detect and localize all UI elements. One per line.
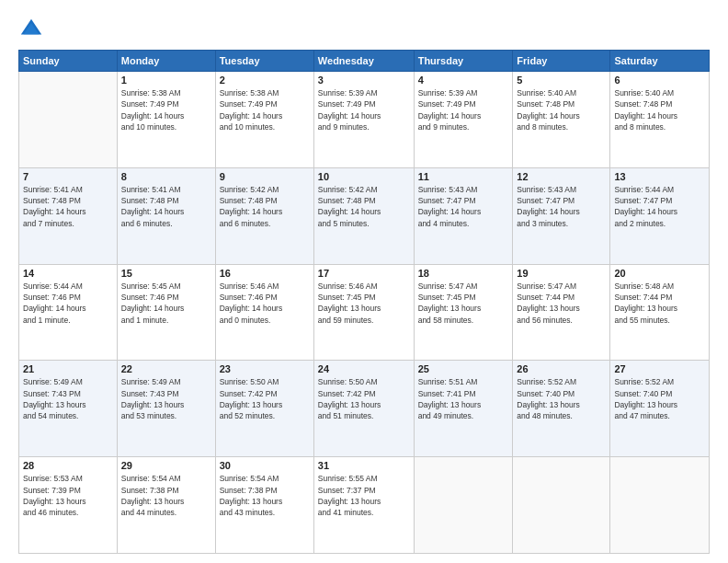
day-number: 10 [318, 171, 410, 182]
day-number: 14 [23, 268, 113, 279]
day-number: 19 [517, 268, 606, 279]
day-number: 4 [418, 75, 509, 86]
page: SundayMondayTuesdayWednesdayThursdayFrid… [0, 0, 728, 563]
day-info: Sunrise: 5:47 AM Sunset: 7:44 PM Dayligh… [517, 281, 606, 326]
day-info: Sunrise: 5:46 AM Sunset: 7:46 PM Dayligh… [220, 281, 310, 326]
day-info: Sunrise: 5:55 AM Sunset: 7:37 PM Dayligh… [318, 473, 410, 518]
day-number: 25 [418, 363, 509, 374]
day-number: 6 [614, 75, 705, 86]
day-number: 28 [23, 460, 113, 471]
day-number: 22 [121, 363, 211, 374]
day-number: 26 [517, 363, 606, 374]
calendar-cell: 30Sunrise: 5:54 AM Sunset: 7:38 PM Dayli… [215, 457, 313, 554]
day-info: Sunrise: 5:39 AM Sunset: 7:49 PM Dayligh… [318, 87, 410, 132]
day-number: 29 [121, 460, 211, 471]
day-info: Sunrise: 5:49 AM Sunset: 7:43 PM Dayligh… [23, 376, 113, 421]
day-info: Sunrise: 5:50 AM Sunset: 7:42 PM Dayligh… [318, 376, 410, 421]
day-number: 23 [220, 363, 310, 374]
day-info: Sunrise: 5:52 AM Sunset: 7:40 PM Dayligh… [614, 376, 705, 421]
day-info: Sunrise: 5:42 AM Sunset: 7:48 PM Dayligh… [220, 184, 310, 229]
day-number: 21 [23, 363, 113, 374]
logo [18, 17, 48, 42]
day-number: 30 [220, 460, 310, 471]
calendar-cell: 21Sunrise: 5:49 AM Sunset: 7:43 PM Dayli… [19, 361, 118, 457]
day-info: Sunrise: 5:47 AM Sunset: 7:45 PM Dayligh… [418, 281, 509, 326]
day-info: Sunrise: 5:43 AM Sunset: 7:47 PM Dayligh… [517, 184, 606, 229]
day-number: 2 [220, 75, 310, 86]
calendar-cell [610, 457, 710, 554]
calendar-cell: 31Sunrise: 5:55 AM Sunset: 7:37 PM Dayli… [313, 457, 414, 554]
day-info: Sunrise: 5:52 AM Sunset: 7:40 PM Dayligh… [517, 376, 606, 421]
calendar-cell [513, 457, 610, 554]
day-info: Sunrise: 5:41 AM Sunset: 7:48 PM Dayligh… [121, 184, 211, 229]
day-info: Sunrise: 5:49 AM Sunset: 7:43 PM Dayligh… [121, 376, 211, 421]
day-info: Sunrise: 5:40 AM Sunset: 7:48 PM Dayligh… [517, 87, 606, 132]
calendar-cell: 14Sunrise: 5:44 AM Sunset: 7:46 PM Dayli… [19, 264, 118, 361]
day-number: 18 [418, 268, 509, 279]
day-info: Sunrise: 5:41 AM Sunset: 7:48 PM Dayligh… [23, 184, 113, 229]
calendar-table: SundayMondayTuesdayWednesdayThursdayFrid… [18, 50, 710, 554]
weekday-header-sunday: Sunday [19, 51, 118, 72]
day-number: 5 [517, 75, 606, 86]
weekday-header-friday: Friday [513, 51, 610, 72]
weekday-header-saturday: Saturday [610, 51, 710, 72]
calendar-cell: 2Sunrise: 5:38 AM Sunset: 7:49 PM Daylig… [215, 72, 313, 168]
day-number: 11 [418, 171, 509, 182]
calendar-week-row: 21Sunrise: 5:49 AM Sunset: 7:43 PM Dayli… [19, 361, 710, 457]
calendar-cell: 18Sunrise: 5:47 AM Sunset: 7:45 PM Dayli… [414, 264, 513, 361]
day-number: 9 [220, 171, 310, 182]
calendar-cell: 23Sunrise: 5:50 AM Sunset: 7:42 PM Dayli… [215, 361, 313, 457]
weekday-header-monday: Monday [117, 51, 215, 72]
day-number: 8 [121, 171, 211, 182]
calendar-cell: 25Sunrise: 5:51 AM Sunset: 7:41 PM Dayli… [414, 361, 513, 457]
day-number: 24 [318, 363, 410, 374]
day-number: 20 [614, 268, 705, 279]
day-info: Sunrise: 5:54 AM Sunset: 7:38 PM Dayligh… [220, 473, 310, 518]
day-info: Sunrise: 5:40 AM Sunset: 7:48 PM Dayligh… [614, 87, 705, 132]
calendar-cell: 16Sunrise: 5:46 AM Sunset: 7:46 PM Dayli… [215, 264, 313, 361]
calendar-cell: 19Sunrise: 5:47 AM Sunset: 7:44 PM Dayli… [513, 264, 610, 361]
day-info: Sunrise: 5:42 AM Sunset: 7:48 PM Dayligh… [318, 184, 410, 229]
day-number: 1 [121, 75, 211, 86]
day-number: 7 [23, 171, 113, 182]
day-info: Sunrise: 5:54 AM Sunset: 7:38 PM Dayligh… [121, 473, 211, 518]
weekday-header-thursday: Thursday [414, 51, 513, 72]
calendar-cell: 6Sunrise: 5:40 AM Sunset: 7:48 PM Daylig… [610, 72, 710, 168]
calendar-cell: 27Sunrise: 5:52 AM Sunset: 7:40 PM Dayli… [610, 361, 710, 457]
calendar-cell [19, 72, 118, 168]
day-number: 16 [220, 268, 310, 279]
day-number: 13 [614, 171, 705, 182]
calendar-cell [414, 457, 513, 554]
day-info: Sunrise: 5:48 AM Sunset: 7:44 PM Dayligh… [614, 281, 705, 326]
logo-icon [18, 17, 44, 42]
calendar-cell: 8Sunrise: 5:41 AM Sunset: 7:48 PM Daylig… [117, 167, 215, 264]
day-number: 12 [517, 171, 606, 182]
calendar-cell: 11Sunrise: 5:43 AM Sunset: 7:47 PM Dayli… [414, 167, 513, 264]
calendar-cell: 24Sunrise: 5:50 AM Sunset: 7:42 PM Dayli… [313, 361, 414, 457]
day-info: Sunrise: 5:38 AM Sunset: 7:49 PM Dayligh… [220, 87, 310, 132]
header [18, 17, 710, 42]
day-number: 27 [614, 363, 705, 374]
calendar-cell: 28Sunrise: 5:53 AM Sunset: 7:39 PM Dayli… [19, 457, 118, 554]
weekday-header-row: SundayMondayTuesdayWednesdayThursdayFrid… [19, 51, 710, 72]
calendar-cell: 13Sunrise: 5:44 AM Sunset: 7:47 PM Dayli… [610, 167, 710, 264]
calendar-cell: 7Sunrise: 5:41 AM Sunset: 7:48 PM Daylig… [19, 167, 118, 264]
day-number: 17 [318, 268, 410, 279]
calendar-week-row: 1Sunrise: 5:38 AM Sunset: 7:49 PM Daylig… [19, 72, 710, 168]
calendar-week-row: 7Sunrise: 5:41 AM Sunset: 7:48 PM Daylig… [19, 167, 710, 264]
calendar-cell: 12Sunrise: 5:43 AM Sunset: 7:47 PM Dayli… [513, 167, 610, 264]
day-info: Sunrise: 5:46 AM Sunset: 7:45 PM Dayligh… [318, 281, 410, 326]
calendar-cell: 3Sunrise: 5:39 AM Sunset: 7:49 PM Daylig… [313, 72, 414, 168]
day-info: Sunrise: 5:44 AM Sunset: 7:46 PM Dayligh… [23, 281, 113, 326]
calendar-week-row: 28Sunrise: 5:53 AM Sunset: 7:39 PM Dayli… [19, 457, 710, 554]
calendar-cell: 10Sunrise: 5:42 AM Sunset: 7:48 PM Dayli… [313, 167, 414, 264]
calendar-cell: 4Sunrise: 5:39 AM Sunset: 7:49 PM Daylig… [414, 72, 513, 168]
day-info: Sunrise: 5:44 AM Sunset: 7:47 PM Dayligh… [614, 184, 705, 229]
calendar-cell: 5Sunrise: 5:40 AM Sunset: 7:48 PM Daylig… [513, 72, 610, 168]
calendar-week-row: 14Sunrise: 5:44 AM Sunset: 7:46 PM Dayli… [19, 264, 710, 361]
calendar-cell: 1Sunrise: 5:38 AM Sunset: 7:49 PM Daylig… [117, 72, 215, 168]
day-info: Sunrise: 5:50 AM Sunset: 7:42 PM Dayligh… [220, 376, 310, 421]
calendar-cell: 17Sunrise: 5:46 AM Sunset: 7:45 PM Dayli… [313, 264, 414, 361]
weekday-header-wednesday: Wednesday [313, 51, 414, 72]
calendar-cell: 22Sunrise: 5:49 AM Sunset: 7:43 PM Dayli… [117, 361, 215, 457]
